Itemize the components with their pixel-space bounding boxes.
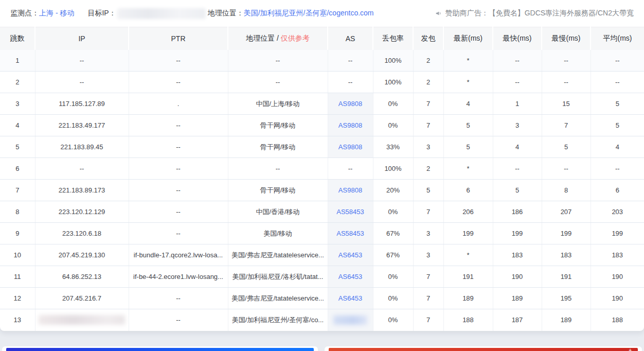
avg-cell: 190 — [591, 288, 644, 309]
loss-cell: 0% — [373, 115, 413, 136]
col-label: 最慢(ms) — [552, 34, 581, 42]
red-ad-banner[interactable]: + — [329, 348, 638, 351]
latest-cell: 188 — [443, 309, 493, 331]
location-link[interactable]: 美国/加利福尼亚州/圣何塞/cogentco.com — [244, 9, 374, 18]
slowest-cell: -- — [542, 158, 591, 180]
slowest-cell: -- — [542, 72, 591, 93]
as-link[interactable]: AS9808 — [338, 143, 362, 151]
ptr-cell: -- — [129, 158, 228, 180]
avg-cell: -- — [591, 50, 644, 72]
col-label: 平均(ms) — [603, 34, 632, 42]
banner-card-red: + — [325, 346, 642, 351]
col-as: AS — [328, 27, 373, 50]
col-sent: 发包 — [413, 27, 443, 50]
latest-cell: 5 — [443, 136, 493, 158]
loss-cell: 33% — [373, 136, 413, 158]
hop-cell: 3 — [0, 93, 35, 115]
loss-cell: 0% — [373, 288, 413, 309]
avg-cell: 5 — [591, 115, 644, 136]
avg-cell: 4 — [591, 136, 644, 158]
col-ip: IP — [35, 27, 129, 50]
table-row: 1164.86.252.13if-be-44-2.ecore1.lvw-losa… — [0, 266, 644, 288]
footer: + — [0, 331, 644, 351]
loss-cell: 0% — [373, 309, 413, 331]
avg-cell: -- — [591, 158, 644, 180]
sent-cell: 7 — [413, 201, 443, 223]
col-label: PTR — [171, 34, 186, 43]
as-link[interactable]: AS58453 — [336, 208, 364, 216]
fastest-cell: -- — [493, 50, 542, 72]
ptr-cell: if-bundle-17.qcore2.lvw-losa... — [129, 244, 228, 266]
avg-cell: 188 — [591, 309, 644, 331]
as-cell: AS58453 — [328, 223, 373, 244]
hop-cell: 2 — [0, 72, 35, 93]
target-ip-redacted — [117, 8, 206, 19]
col-geo: 地理位置 / 仅供参考 — [228, 27, 328, 50]
ptr-cell: -- — [129, 115, 228, 136]
hop-cell: 9 — [0, 223, 35, 244]
as-cell: AS58453 — [328, 201, 373, 223]
plus-icon: + — [629, 348, 632, 351]
col-label: 发包 — [421, 34, 436, 42]
sponsor-label: 赞助商广告： — [445, 9, 489, 18]
hop-cell: 11 — [0, 266, 35, 288]
latest-cell: 199 — [443, 223, 493, 244]
ptr-cell: -- — [129, 288, 228, 309]
as-cell: AS9808 — [328, 180, 373, 201]
fastest-cell: 3 — [493, 115, 542, 136]
traceroute-card: 监测点： 上海 - 移动 目标IP： 地理位置： 美国/加利福尼亚州/圣何塞/c… — [0, 0, 644, 331]
fastest-cell: 199 — [493, 223, 542, 244]
col-label: 地理位置 / — [246, 34, 279, 42]
as-link[interactable]: AS6453 — [338, 294, 362, 302]
ip-cell: 221.183.89.45 — [35, 136, 129, 158]
col-label: 最快(ms) — [503, 34, 532, 42]
as-link[interactable]: AS6453 — [338, 251, 362, 259]
as-link[interactable]: AS6453 — [338, 273, 362, 280]
as-link[interactable]: AS58453 — [336, 230, 364, 237]
table-row: 10207.45.219.130if-bundle-17.qcore2.lvw-… — [0, 244, 644, 266]
as-cell: AS9808 — [328, 136, 373, 158]
table-row: 3117.185.127.89.中国/上海/移动AS98080%741155 — [0, 93, 644, 115]
sponsor-ad-link[interactable]: 【免費名】GDCS專注海外服務器/CN2大帶寬 — [489, 9, 634, 18]
geo-cell: 骨干网/移动 — [228, 180, 328, 201]
sent-cell: 3 — [413, 244, 443, 266]
ptr-cell: -- — [129, 50, 228, 72]
geo-cell: 骨干网/移动 — [228, 136, 328, 158]
as-cell: AS9808 — [328, 115, 373, 136]
monitor-label: 监测点： — [10, 9, 39, 18]
ptr-cell: -- — [129, 180, 228, 201]
col-ptr: PTR — [129, 27, 228, 50]
fastest-cell: 183 — [493, 244, 542, 266]
blue-ad-banner[interactable] — [6, 348, 314, 351]
monitor-point-link[interactable]: 上海 - 移动 — [39, 9, 74, 18]
as-link[interactable]: AS9808 — [338, 100, 362, 108]
col-fastest: 最快(ms) — [493, 27, 542, 50]
avg-cell: 190 — [591, 266, 644, 288]
ip-cell: 221.183.49.177 — [35, 115, 129, 136]
as-cell: -- — [328, 72, 373, 93]
slowest-cell: 191 — [542, 266, 591, 288]
as-link[interactable]: AS9808 — [338, 186, 362, 194]
fastest-cell: 186 — [493, 201, 542, 223]
geo-cell: 中国/上海/移动 — [228, 93, 328, 115]
ptr-cell: -- — [129, 201, 228, 223]
table-row: 1--------100%2*------ — [0, 50, 644, 72]
table-row: 7221.183.89.173--骨干网/移动AS980820%56586 — [0, 180, 644, 201]
col-latest: 最新(ms) — [443, 27, 493, 50]
latest-cell: 189 — [443, 288, 493, 309]
megaphone-icon — [435, 10, 442, 17]
redacted-ip — [39, 315, 125, 325]
fastest-cell: -- — [493, 72, 542, 93]
slowest-cell: 189 — [542, 309, 591, 331]
avg-cell: -- — [591, 72, 644, 93]
as-cell: AS6453 — [328, 244, 373, 266]
as-link[interactable]: AS9808 — [338, 121, 362, 129]
hop-cell: 6 — [0, 158, 35, 180]
hop-cell: 12 — [0, 288, 35, 309]
ip-cell: 223.120.6.18 — [35, 223, 129, 244]
slowest-cell: 199 — [542, 223, 591, 244]
hop-cell: 8 — [0, 201, 35, 223]
sent-cell: 7 — [413, 288, 443, 309]
table-header: 跳数IPPTR地理位置 / 仅供参考AS丢包率发包最新(ms)最快(ms)最慢(… — [0, 27, 644, 50]
geo-cell: 美国/移动 — [228, 223, 328, 244]
